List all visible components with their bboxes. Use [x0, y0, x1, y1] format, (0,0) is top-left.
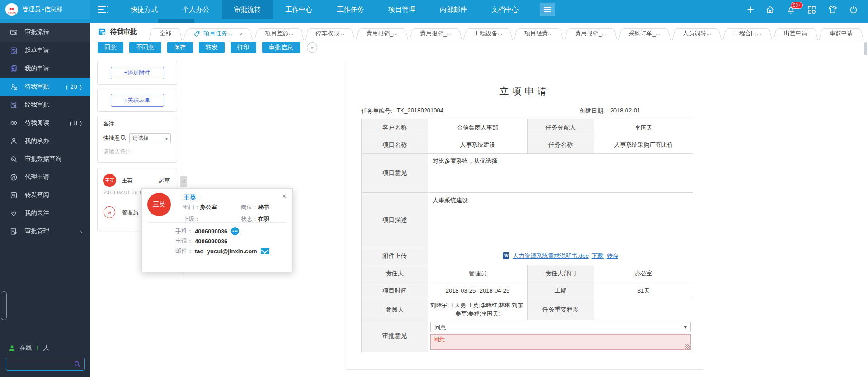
forward-view-icon [10, 191, 18, 199]
sidebar-item-10[interactable]: 我的关注 [0, 204, 90, 222]
chat-icon[interactable]: ••• [231, 227, 239, 235]
link-form-button[interactable]: +关联表单 [111, 94, 164, 107]
form-field-label: 项目时间 [362, 282, 428, 299]
sidebar-item-6[interactable]: 我的承办 [0, 132, 90, 150]
toolbar-button-0[interactable]: 同意 [98, 42, 123, 53]
form-field-value: 31天 [594, 282, 693, 299]
flow-user-name[interactable]: 王英 [122, 177, 133, 185]
avatar[interactable]: 王英 [103, 174, 116, 187]
toolbar: 同意不同意保存转发打印审批信息 [90, 40, 868, 55]
close-icon[interactable]: × [282, 192, 287, 201]
sidebar-item-5[interactable]: 待我阅读( 8 ) [0, 114, 90, 132]
close-tab-icon[interactable]: × [240, 30, 243, 37]
approval-opinion-textarea[interactable]: 同意 [430, 334, 691, 350]
sidebar-scroll-handle[interactable] [1, 291, 7, 320]
tab-7[interactable]: 项目经费... [514, 27, 563, 40]
tab-3[interactable]: 停车权限... [305, 27, 354, 40]
sidebar-item-11[interactable]: 审批管理› [0, 222, 90, 240]
nav-item-1[interactable]: 个人办公 [170, 0, 222, 19]
tab-2[interactable]: 项目差旅... [255, 27, 304, 40]
tab-10[interactable]: 人员调转... [672, 27, 722, 40]
tab-8[interactable]: 费用报销_... [565, 27, 617, 40]
attachment-action-link[interactable]: 转存 [607, 252, 618, 260]
add-icon[interactable]: + [747, 5, 754, 14]
tab-label: 工程设备... [474, 29, 502, 37]
attachment-box: +添加附件 [97, 61, 177, 85]
sidebar-item-3[interactable]: 待我审批( 28 ) [0, 78, 90, 96]
tab-13[interactable]: 事前申请 [819, 27, 863, 40]
toolbar-button-4[interactable]: 打印 [231, 42, 256, 53]
company-logo-avatar[interactable]: ∞ [104, 206, 115, 218]
nav-item-3[interactable]: 工作中心 [273, 0, 325, 19]
theme-shirt-icon[interactable] [828, 5, 838, 14]
contact-value: tao_yucui@jinxin.com [195, 248, 257, 255]
divider [148, 222, 286, 223]
sidebar-search-input[interactable] [6, 358, 84, 370]
nav-item-4[interactable]: 工作任务 [325, 0, 376, 19]
quick-opinion-select[interactable]: 请选择 ▾ [129, 133, 171, 143]
flow-user-name[interactable]: 管理员 [122, 209, 139, 217]
nav-item-5[interactable]: 项目管理 [376, 0, 428, 19]
toolbar-button-5[interactable]: 审批信息 [262, 42, 300, 53]
tab-12[interactable]: 出差申请 [774, 27, 818, 40]
search-icon[interactable] [74, 360, 81, 368]
sidebar-item-label: 转发查阅 [25, 191, 49, 199]
approval-opinion-cell: 同意▾同意 [428, 320, 693, 352]
toolbar-button-2[interactable]: 保存 [167, 42, 193, 53]
tab-scroll-thumb[interactable] [158, 19, 194, 23]
current-user-label: 管理员 -信息部 [22, 5, 62, 14]
sidebar-item-label: 审批管理 [25, 227, 49, 235]
toolbar-button-3[interactable]: 转发 [199, 42, 225, 53]
note-input-placeholder[interactable]: 请输入备注 [103, 148, 171, 156]
heart-icon [10, 209, 18, 217]
sidebar-item-8[interactable]: 代理申请 [0, 168, 90, 186]
tab-11[interactable]: 工程合同... [723, 27, 772, 40]
sidebar-item-1[interactable]: 起草申请 [0, 42, 90, 60]
quick-opinion-value: 请选择 [132, 135, 149, 142]
eye-icon [10, 119, 18, 127]
form-table-row: 项目意见对比多家系统，从优选择 [362, 154, 693, 193]
collapse-panel-handle[interactable]: < [180, 176, 187, 187]
add-attachment-button[interactable]: +添加附件 [111, 67, 164, 79]
sidebar-item-2[interactable]: 我的申请 [0, 60, 90, 78]
tab-9[interactable]: 采购订单_... [618, 27, 671, 40]
attachment-file-link[interactable]: 人力资源系统需求说明书.doc [513, 252, 589, 260]
form-field-value: 2018-03-25--2018-04-25 [428, 282, 528, 299]
form-table-row: 项目名称人事系统建设任务名称人事系统采购厂商比价 [362, 136, 693, 154]
approval-opinion-select[interactable]: 同意▾ [430, 322, 691, 332]
form-field-value: 管理员 [428, 265, 528, 282]
more-actions-icon[interactable] [307, 42, 317, 53]
tab-0[interactable]: 全部 [149, 27, 182, 40]
sidebar-item-9[interactable]: 转发查阅 [0, 186, 90, 204]
sidebar-item-0[interactable]: 审批流转 [0, 23, 90, 42]
apps-grid-icon[interactable] [807, 5, 816, 14]
toolbar-button-1[interactable]: 不同意 [129, 42, 161, 53]
attachment: W人力资源系统需求说明书.doc下载转存 [503, 252, 618, 260]
company-logo[interactable]: ∞ 华夏动力 [5, 3, 18, 16]
menu-collapse-icon[interactable] [98, 6, 108, 13]
nav-item-7[interactable]: 文档中心 [479, 0, 531, 19]
nav-item-2[interactable]: 审批流转 [222, 0, 273, 19]
form-field-label: 工期 [528, 282, 594, 299]
tab-1[interactable]: 项目任务...× [183, 27, 253, 40]
notifications-bell-icon[interactable]: 99+ [786, 5, 796, 14]
word-doc-icon: W [503, 252, 509, 259]
nav-item-6[interactable]: 内部邮件 [428, 0, 479, 19]
mail-icon[interactable] [261, 248, 269, 254]
more-menus-icon[interactable] [540, 3, 555, 16]
tag-icon [193, 30, 200, 37]
home-icon[interactable] [765, 5, 775, 14]
sidebar-item-4[interactable]: 经我审批 [0, 96, 90, 114]
power-logout-icon[interactable] [849, 5, 858, 14]
tab-label: 费用报销_... [420, 29, 452, 37]
panel-label-text: 待我审批 [110, 28, 137, 36]
sidebar-item-7[interactable]: 审批数据查询 [0, 150, 90, 168]
tab-6[interactable]: 工程设备... [463, 27, 513, 40]
profile-info-field: 部门：办公室 [183, 204, 241, 211]
nav-item-0[interactable]: 快捷方式 [118, 0, 170, 19]
tab-4[interactable]: 费用报销_... [356, 27, 408, 40]
tab-5[interactable]: 费用报销_... [410, 27, 462, 40]
sidebar-item-label: 审批数据查询 [25, 155, 61, 163]
attachment-action-link[interactable]: 下载 [592, 252, 604, 260]
sidebar-item-label: 我的申请 [25, 65, 49, 73]
